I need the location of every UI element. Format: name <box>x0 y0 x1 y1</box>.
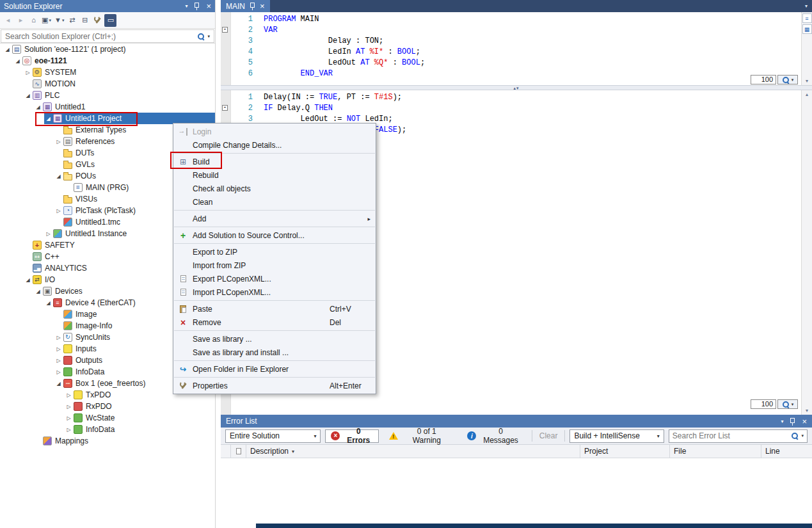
close-icon[interactable]: × <box>802 417 807 426</box>
tree-item-label: POUs <box>76 172 96 180</box>
menu-item-paste[interactable]: PasteCtrl+V <box>173 302 376 316</box>
tree-item-plc[interactable]: ◢PLC <box>0 90 215 101</box>
tree-item-solution-eoe-1121-1-project[interactable]: ◢Solution 'eoe-1121' (1 project) <box>0 44 215 55</box>
fold-collapse-icon[interactable]: - <box>222 105 228 111</box>
menu-item-clean[interactable]: Clean <box>173 195 376 209</box>
menu-item-add[interactable]: Add▸ <box>173 212 376 225</box>
scope-filter-dropdown[interactable]: Entire Solution ▾ <box>225 429 321 443</box>
expand-arrow-icon[interactable]: ▷ <box>65 427 73 433</box>
column-header-description[interactable]: Description▾ <box>246 445 580 458</box>
expand-arrow-icon[interactable]: ▷ <box>54 335 63 340</box>
scroll-down-arrow-icon[interactable]: ▾ <box>806 78 808 84</box>
clear-button[interactable]: Clear <box>537 431 561 440</box>
column-header-file[interactable]: File <box>670 445 761 458</box>
tab-main[interactable]: MAIN × <box>221 0 270 12</box>
menu-item-compile-change-details[interactable]: Compile Change Details... <box>173 138 376 152</box>
collapse-arrow-icon[interactable]: ◢ <box>13 58 22 64</box>
close-icon[interactable]: × <box>206 2 211 10</box>
editor-splitter[interactable]: ▴▾ <box>221 85 812 90</box>
warnings-filter-button[interactable]: 0 of 1 Warning <box>383 429 457 443</box>
expand-arrow-icon[interactable]: ▷ <box>44 231 52 237</box>
expand-arrow-icon[interactable]: ▷ <box>54 346 63 352</box>
menu-item-rebuild[interactable]: Rebuild <box>173 168 376 182</box>
properties-button[interactable] <box>92 14 104 27</box>
expand-arrow-icon[interactable]: ▷ <box>65 392 73 398</box>
expand-arrow-icon[interactable]: ▷ <box>54 139 63 145</box>
menu-item-export-to-zip[interactable]: Export to ZIP <box>173 245 376 259</box>
expand-arrow-icon[interactable]: ▷ <box>54 358 63 364</box>
tree-item-mappings[interactable]: Mappings <box>0 435 215 447</box>
window-position-chevron-icon[interactable]: ▾ <box>781 419 783 424</box>
menu-item-save-as-library-and-install[interactable]: Save as library and install ... <box>173 346 376 359</box>
menu-item-import-plcopenxml[interactable]: Import PLCopenXML... <box>173 285 376 299</box>
collapse-all-button[interactable]: ⊟ <box>79 14 91 27</box>
severity-column-header[interactable] <box>231 445 246 458</box>
expand-arrow-icon[interactable]: ▷ <box>24 70 32 76</box>
scroll-up-arrow-icon[interactable]: ▴ <box>806 92 808 97</box>
menu-item-export-plcopenxml[interactable]: Export PLCopenXML... <box>173 272 376 285</box>
errors-filter-button[interactable]: × 0 Errors <box>325 429 379 443</box>
sync-active-button[interactable]: ⇄ <box>66 14 78 27</box>
zoom-lens-button[interactable]: ▾ <box>777 399 798 409</box>
collapse-arrow-icon[interactable]: ◢ <box>24 93 32 99</box>
menu-item-properties[interactable]: PropertiesAlt+Enter <box>173 379 376 392</box>
collapse-arrow-icon[interactable]: ◢ <box>54 381 63 387</box>
preview-selected-button[interactable]: ▭ <box>104 14 116 27</box>
tab-list-chevron-icon[interactable]: ▾ <box>805 3 812 9</box>
window-position-chevron-icon[interactable]: ▾ <box>185 3 187 9</box>
intellisense-toggle-icon[interactable]: ≡ <box>802 13 812 23</box>
menu-item-import-from-zip[interactable]: Import from ZIP <box>173 259 376 272</box>
pin-icon[interactable] <box>790 417 795 426</box>
error-list-search-input[interactable]: Search Error List ▾ <box>669 429 808 443</box>
menu-item-login[interactable]: Login <box>173 125 376 138</box>
menu-item-remove[interactable]: RemoveDel <box>173 316 376 329</box>
menu-item-check-all-objects[interactable]: Check all objects <box>173 182 376 195</box>
expand-arrow-icon[interactable]: ▷ <box>54 208 63 214</box>
tree-item-infodata[interactable]: ▷InfoData <box>0 424 215 435</box>
fold-collapse-icon[interactable]: - <box>222 27 228 33</box>
filter-button[interactable]: ▼▾ <box>53 14 65 27</box>
search-input[interactable]: Search Solution Explorer (Ctrl+;) ▾ <box>1 29 214 43</box>
zoom-lens-button[interactable]: ▾ <box>777 75 798 84</box>
editor-scrollbar[interactable]: ≡ ▦ ▾ <box>801 12 812 85</box>
tree-item-untitled1[interactable]: ◢Untitled1 <box>0 101 215 113</box>
zoom-level-field[interactable]: 100 <box>751 75 776 84</box>
column-header-project[interactable]: Project <box>580 445 670 458</box>
declaration-editor[interactable]: 1PROGRAM MAIN-2VAR3 Delay : TON;4 LedIn … <box>221 12 812 85</box>
back-button[interactable]: ◂ <box>2 14 14 27</box>
switch-views-button[interactable]: ▣▾ <box>40 14 52 27</box>
pin-icon[interactable] <box>194 2 200 10</box>
menu-item-add-solution-to-source-control[interactable]: Add Solution to Source Control... <box>173 228 376 242</box>
tree-item-system[interactable]: ▷SYSTEM <box>0 67 215 78</box>
messages-filter-button[interactable]: i 0 Messages <box>461 429 527 443</box>
collapse-arrow-icon[interactable]: ◢ <box>34 289 42 294</box>
collapse-arrow-icon[interactable]: ◢ <box>3 47 12 52</box>
tree-item-rxpdo[interactable]: ▷RxPDO <box>0 401 215 412</box>
instance-icon <box>53 229 62 238</box>
grid-view-icon[interactable]: ▦ <box>802 24 812 34</box>
tree-item-wcstate[interactable]: ▷WcState <box>0 412 215 424</box>
menu-item-save-as-library[interactable]: Save as library ... <box>173 332 376 346</box>
tree-item-motion[interactable]: MOTION <box>0 78 215 90</box>
scroll-down-arrow-icon[interactable]: ▾ <box>806 408 808 413</box>
expand-arrow-icon[interactable]: ▷ <box>65 415 73 421</box>
expand-arrow-icon[interactable]: ▷ <box>54 369 63 375</box>
tree-item-label: RxPDO <box>86 402 112 411</box>
menu-item-build[interactable]: Build <box>173 155 376 168</box>
tree-item-eoe-1121[interactable]: ◢eoe-1121 <box>0 55 215 67</box>
collapse-arrow-icon[interactable]: ◢ <box>34 104 42 110</box>
collapse-arrow-icon[interactable]: ◢ <box>54 173 63 179</box>
expand-arrow-icon[interactable]: ▷ <box>65 404 73 410</box>
editor-scrollbar[interactable]: ▴ ▾ <box>801 90 812 415</box>
collapse-arrow-icon[interactable]: ◢ <box>44 300 52 306</box>
pin-icon[interactable] <box>250 2 255 10</box>
source-filter-dropdown[interactable]: Build + IntelliSense ▾ <box>569 429 664 443</box>
zoom-level-field[interactable]: 100 <box>751 399 776 409</box>
close-icon[interactable]: × <box>260 2 265 10</box>
collapse-arrow-icon[interactable]: ◢ <box>44 116 52 122</box>
home-button[interactable]: ⌂ <box>28 14 40 27</box>
forward-button[interactable]: ▸ <box>15 14 27 27</box>
column-header-line[interactable]: Line <box>761 445 812 458</box>
menu-item-open-folder-in-file-explorer[interactable]: Open Folder in File Explorer <box>173 362 376 376</box>
collapse-arrow-icon[interactable]: ◢ <box>24 277 32 283</box>
